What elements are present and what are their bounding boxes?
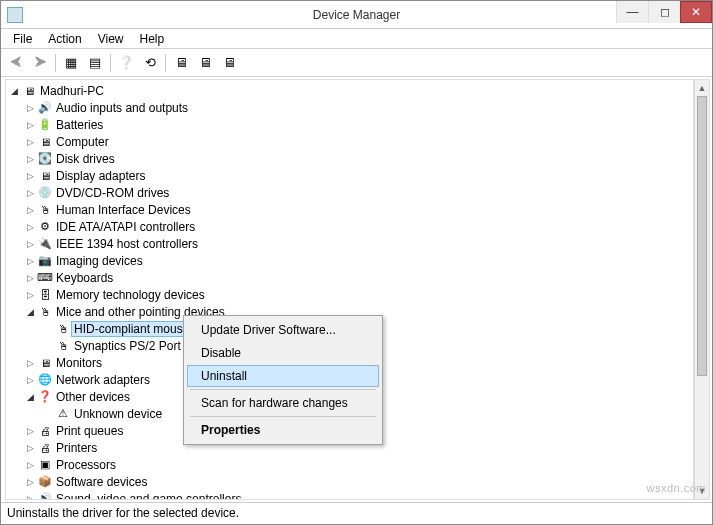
spacer (42, 340, 54, 352)
tree-node-label: Display adapters (56, 169, 145, 183)
ctx-properties[interactable]: Properties (187, 419, 379, 441)
tree-node[interactable]: ▷📷Imaging devices (8, 252, 693, 269)
expand-icon[interactable]: ▷ (24, 102, 36, 114)
tree-node[interactable]: ▷🖥Computer (8, 133, 693, 150)
expand-icon[interactable]: ▷ (24, 255, 36, 267)
ctx-separator (190, 416, 376, 417)
scan-hardware-button[interactable]: 🖥 (218, 52, 240, 74)
minimize-button[interactable]: — (616, 1, 648, 23)
scroll-thumb[interactable] (697, 96, 707, 376)
tree-node[interactable]: ▷🗄Memory technology devices (8, 286, 693, 303)
show-hidden-button[interactable]: ▦ (60, 52, 82, 74)
expand-icon[interactable]: ▷ (24, 238, 36, 250)
expand-icon[interactable]: ▷ (24, 476, 36, 488)
refresh-button[interactable]: ⟲ (139, 52, 161, 74)
device-icon: 🖱 (55, 321, 71, 337)
menu-view[interactable]: View (90, 30, 132, 48)
expand-icon[interactable]: ▷ (24, 170, 36, 182)
close-button[interactable]: ✕ (680, 1, 712, 23)
menu-action[interactable]: Action (40, 30, 89, 48)
expand-icon[interactable]: ▷ (24, 493, 36, 501)
menu-file[interactable]: File (5, 30, 40, 48)
device-icon: 🔌 (37, 236, 53, 252)
tree-node-label: Audio inputs and outputs (56, 101, 188, 115)
tree-node-label: Printers (56, 441, 97, 455)
expand-icon[interactable]: ▷ (24, 136, 36, 148)
properties-button[interactable]: ▤ (84, 52, 106, 74)
expand-icon[interactable]: ▷ (24, 204, 36, 216)
context-menu: Update Driver Software... Disable Uninst… (183, 315, 383, 445)
tree-node[interactable]: ▷💿DVD/CD-ROM drives (8, 184, 693, 201)
update-driver-button[interactable]: 🖥 (170, 52, 192, 74)
device-icon: 🖱 (55, 338, 71, 354)
collapse-icon[interactable]: ◢ (24, 391, 36, 403)
ctx-scan-hardware[interactable]: Scan for hardware changes (187, 392, 379, 414)
page-icon: ▤ (89, 55, 101, 70)
tree-node[interactable]: ▷⌨Keyboards (8, 269, 693, 286)
expand-icon[interactable]: ▷ (24, 153, 36, 165)
device-icon: 🖨 (37, 423, 53, 439)
collapse-icon[interactable]: ◢ (8, 85, 20, 97)
tree-node[interactable]: ◢🖥Madhuri-PC (8, 82, 693, 99)
tree-node-label: Batteries (56, 118, 103, 132)
expand-icon[interactable]: ▷ (24, 119, 36, 131)
tree-node[interactable]: ▷🖱Human Interface Devices (8, 201, 693, 218)
tree-node[interactable]: ▷🔊Audio inputs and outputs (8, 99, 693, 116)
tree-node-label: Keyboards (56, 271, 113, 285)
uninstall-driver-button[interactable]: 🖥 (194, 52, 216, 74)
back-button[interactable]: ⮜ (5, 52, 27, 74)
expand-icon[interactable]: ▷ (24, 272, 36, 284)
tree-node-label: Print queues (56, 424, 123, 438)
tree-node-label: Processors (56, 458, 116, 472)
device-icon: ⚠ (55, 406, 71, 422)
expand-icon[interactable]: ▷ (24, 187, 36, 199)
spacer (42, 408, 54, 420)
computer-scan-icon: 🖥 (223, 55, 236, 70)
collapse-icon[interactable]: ◢ (24, 306, 36, 318)
ctx-uninstall[interactable]: Uninstall (187, 365, 379, 387)
device-icon: 🔋 (37, 117, 53, 133)
watermark: wsxdn.com (646, 482, 706, 494)
ctx-disable[interactable]: Disable (187, 342, 379, 364)
expand-icon[interactable]: ▷ (24, 357, 36, 369)
tree-node[interactable]: ▷🔌IEEE 1394 host controllers (8, 235, 693, 252)
arrow-left-icon: ⮜ (10, 55, 23, 70)
folder-icon: ▦ (65, 55, 77, 70)
device-icon: 🖥 (37, 168, 53, 184)
tree-node-label: Network adapters (56, 373, 150, 387)
expand-icon[interactable]: ▷ (24, 289, 36, 301)
window-title: Device Manager (1, 8, 712, 22)
expand-icon[interactable]: ▷ (24, 425, 36, 437)
vertical-scrollbar[interactable]: ▲ ▼ (694, 79, 710, 500)
device-icon: 🖥 (37, 355, 53, 371)
toolbar: ⮜ ⮞ ▦ ▤ ❔ ⟲ 🖥 🖥 🖥 (1, 49, 712, 77)
maximize-button[interactable]: ◻ (648, 1, 680, 23)
help-button[interactable]: ❔ (115, 52, 137, 74)
expand-icon[interactable]: ▷ (24, 442, 36, 454)
tree-node[interactable]: ▷🔊Sound, video and game controllers (8, 490, 693, 500)
tree-node-label: Disk drives (56, 152, 115, 166)
status-text: Uninstalls the driver for the selected d… (7, 506, 239, 520)
device-icon: ⚙ (37, 219, 53, 235)
scroll-up-icon[interactable]: ▲ (695, 80, 709, 96)
tree-node-label: Synaptics PS/2 Port (74, 339, 181, 353)
tree-node[interactable]: ▷⚙IDE ATA/ATAPI controllers (8, 218, 693, 235)
tree-node[interactable]: ▷🔋Batteries (8, 116, 693, 133)
tree-node-label: Human Interface Devices (56, 203, 191, 217)
expand-icon[interactable]: ▷ (24, 374, 36, 386)
tree-node-label: Other devices (56, 390, 130, 404)
tree-node[interactable]: ▷▣Processors (8, 456, 693, 473)
tree-node[interactable]: ▷🖥Display adapters (8, 167, 693, 184)
tree-node[interactable]: ▷💽Disk drives (8, 150, 693, 167)
expand-icon[interactable]: ▷ (24, 221, 36, 233)
forward-button[interactable]: ⮞ (29, 52, 51, 74)
menu-help[interactable]: Help (132, 30, 173, 48)
ctx-update-driver[interactable]: Update Driver Software... (187, 319, 379, 341)
tree-node[interactable]: ▷📦Software devices (8, 473, 693, 490)
device-icon: ❓ (37, 389, 53, 405)
toolbar-separator (55, 54, 56, 72)
refresh-icon: ⟲ (145, 55, 156, 70)
expand-icon[interactable]: ▷ (24, 459, 36, 471)
device-icon: 🖱 (37, 304, 53, 320)
tree-node-label: Imaging devices (56, 254, 143, 268)
